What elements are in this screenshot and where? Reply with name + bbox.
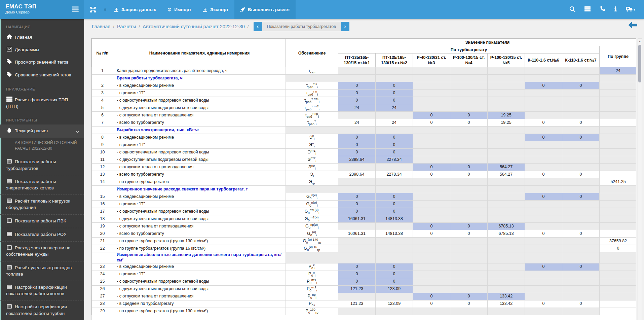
topmenu-export[interactable]: Экспорт (197, 0, 234, 19)
phone-button[interactable] (600, 6, 605, 13)
value-cell[interactable] (413, 201, 450, 208)
value-cell[interactable] (562, 285, 600, 293)
value-cell[interactable] (413, 149, 450, 156)
value-cell[interactable]: 2278.34 (376, 171, 413, 178)
value-cell[interactable]: 123.09 (376, 285, 413, 293)
sidebar-item-diagrams[interactable]: Диаграммы (0, 44, 84, 56)
value-cell[interactable]: 0 (413, 300, 450, 308)
group-value-cell[interactable] (600, 285, 637, 293)
value-cell[interactable]: 0 (413, 293, 450, 300)
group-value-cell[interactable] (600, 97, 637, 104)
value-cell[interactable] (488, 134, 525, 141)
value-cell[interactable] (413, 208, 450, 215)
value-cell[interactable] (376, 67, 413, 75)
search-button[interactable] (569, 6, 575, 13)
value-cell[interactable]: 133.42 (488, 300, 525, 308)
value-cell[interactable] (450, 134, 488, 141)
group-value-cell[interactable]: 37659.82 (600, 238, 637, 245)
value-cell[interactable] (413, 308, 450, 315)
value-cell[interactable]: 0 (376, 271, 413, 278)
value-cell[interactable] (562, 238, 600, 245)
value-cell[interactable]: 0 (376, 141, 413, 149)
value-cell[interactable]: 0 (450, 164, 488, 171)
value-cell[interactable] (488, 271, 525, 278)
value-cell[interactable] (525, 293, 562, 300)
sidebar-item-own-needs-power[interactable]: Расход электроэнергии на собственные нуж… (0, 242, 84, 261)
group-value-cell[interactable] (600, 308, 637, 315)
value-cell[interactable] (525, 238, 562, 245)
value-cell[interactable] (525, 245, 562, 252)
value-cell[interactable] (525, 223, 562, 230)
value-cell[interactable] (376, 178, 413, 186)
value-cell[interactable]: 123.09 (376, 300, 413, 308)
value-cell[interactable] (562, 90, 600, 97)
value-cell[interactable]: 0 (376, 90, 413, 97)
value-cell[interactable] (376, 293, 413, 300)
value-cell[interactable]: 0 (562, 171, 600, 178)
value-cell[interactable] (450, 308, 488, 315)
value-cell[interactable]: 0 (450, 293, 488, 300)
value-cell[interactable]: 0 (562, 119, 600, 127)
value-cell[interactable] (413, 104, 450, 112)
value-cell[interactable] (338, 293, 376, 300)
value-cell[interactable] (413, 156, 450, 164)
value-cell[interactable]: 0 (562, 82, 600, 90)
value-cell[interactable]: 0 (338, 271, 376, 278)
value-cell[interactable] (413, 238, 450, 245)
value-cell[interactable]: 0 (413, 230, 450, 238)
value-cell[interactable] (562, 112, 600, 119)
value-cell[interactable]: 0 (525, 263, 562, 271)
value-cell[interactable]: 0 (562, 263, 600, 271)
value-cell[interactable] (450, 82, 488, 90)
value-cell[interactable]: 0 (413, 112, 450, 119)
value-cell[interactable]: 0 (525, 82, 562, 90)
sidebar-item-turbine-indicators[interactable]: Показатели работы турбоагрегатов (0, 155, 84, 175)
value-cell[interactable] (525, 201, 562, 208)
value-cell[interactable] (413, 245, 450, 252)
value-cell[interactable] (562, 67, 600, 75)
sidebar-item-boiler-indicators[interactable]: Показатели работы энергетических котлов (0, 175, 84, 195)
value-cell[interactable] (413, 178, 450, 186)
breadcrumb-link[interactable]: Автоматический суточный расчет 2022-12-3… (143, 24, 245, 29)
value-cell[interactable] (376, 112, 413, 119)
value-cell[interactable] (450, 67, 488, 75)
value-cell[interactable]: 0 (338, 278, 376, 285)
value-cell[interactable] (525, 67, 562, 75)
group-value-cell[interactable] (600, 104, 637, 112)
value-cell[interactable] (488, 104, 525, 112)
scrollbar-thumb[interactable] (638, 45, 641, 82)
value-cell[interactable] (376, 308, 413, 315)
value-cell[interactable]: 0 (525, 134, 562, 141)
value-cell[interactable] (562, 156, 600, 164)
value-cell[interactable] (562, 215, 600, 223)
group-value-cell[interactable] (600, 82, 637, 90)
value-cell[interactable]: 24 (376, 119, 413, 127)
value-cell[interactable]: 2398.64 (338, 171, 376, 178)
value-cell[interactable]: 0 (450, 230, 488, 238)
value-cell[interactable] (413, 67, 450, 75)
value-cell[interactable]: 0 (338, 134, 376, 141)
value-cell[interactable] (525, 156, 562, 164)
value-cell[interactable] (413, 193, 450, 201)
value-cell[interactable] (562, 271, 600, 278)
value-cell[interactable] (562, 245, 600, 252)
value-cell[interactable]: 0 (338, 201, 376, 208)
value-cell[interactable]: 14813.38 (376, 230, 413, 238)
value-cell[interactable]: 0 (376, 278, 413, 285)
group-value-cell[interactable] (600, 141, 637, 149)
value-cell[interactable] (413, 90, 450, 97)
value-cell[interactable] (338, 112, 376, 119)
group-value-cell[interactable] (600, 208, 637, 215)
value-cell[interactable] (413, 263, 450, 271)
value-cell[interactable] (488, 278, 525, 285)
value-cell[interactable]: 0 (338, 90, 376, 97)
group-value-cell[interactable] (600, 156, 637, 164)
value-cell[interactable]: 0 (338, 149, 376, 156)
value-cell[interactable] (413, 278, 450, 285)
value-cell[interactable] (525, 178, 562, 186)
value-cell[interactable] (338, 178, 376, 186)
value-cell[interactable]: 0 (376, 149, 413, 156)
value-cell[interactable] (450, 141, 488, 149)
value-cell[interactable]: 0 (562, 300, 600, 308)
value-cell[interactable] (562, 223, 600, 230)
